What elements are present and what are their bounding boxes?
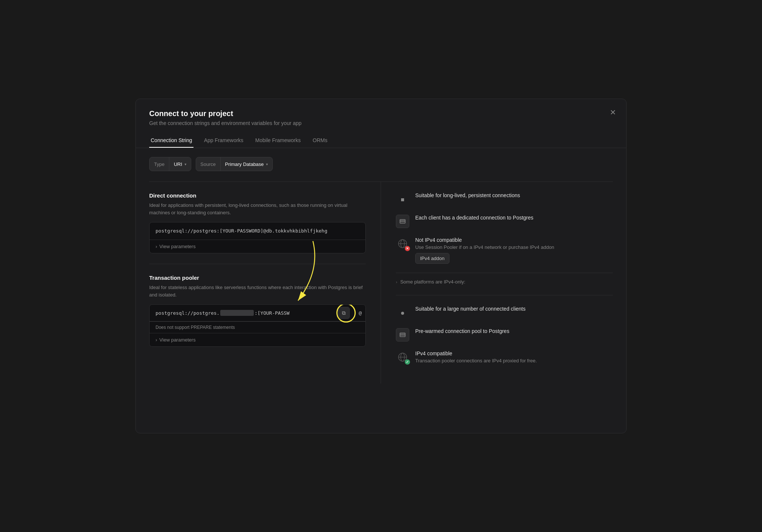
source-label: Source (196, 157, 221, 171)
copy-button[interactable]: ⧉ (338, 307, 350, 319)
direct-connection-string: postgresql://postgres:[YOUR-PASSWORD]@db… (150, 222, 365, 240)
type-chevron-icon: ▾ (185, 162, 186, 166)
modal-title: Connect to your project (149, 109, 301, 118)
left-panel: Direct connection Ideal for applications… (149, 182, 381, 384)
globe-success-badge: ✓ (405, 359, 410, 365)
ipv4-toggle[interactable]: › Some platforms are IPv4-only: (396, 279, 613, 285)
pooler-annotation-wrapper: postgresql://postgres.:[YOUR-PASSW ⧉ @ (149, 304, 366, 347)
modal-header: Connect to your project Get the connecti… (136, 99, 626, 148)
tab-mobile-frameworks[interactable]: Mobile Frameworks (254, 134, 302, 148)
ipv4-toggle-chevron-icon: › (396, 280, 397, 284)
direct-features-section: Suitable for long-lived, persistent conn… (396, 182, 613, 295)
pooler-features-section: Suitable for a large number of connected… (396, 295, 613, 384)
copy-icon: ⧉ (342, 310, 346, 316)
type-label: Type (150, 157, 169, 171)
svg-rect-1 (400, 219, 405, 223)
source-value[interactable]: Primary Database ▾ (221, 161, 272, 167)
content-grid: Direct connection Ideal for applications… (149, 182, 613, 384)
pooler-at-sign: @ (359, 310, 362, 316)
close-button[interactable]: ✕ (607, 106, 619, 118)
ipv4-addon-button[interactable]: IPv4 addon (415, 253, 449, 264)
svg-rect-7 (400, 333, 405, 337)
db-icon (396, 215, 409, 228)
type-filter[interactable]: Type URI ▾ (149, 157, 191, 171)
direct-feature-3-desc: Use Session Pooler if on a IPv4 network … (415, 244, 554, 251)
pooler-feature-1: Suitable for a large number of connected… (396, 306, 613, 319)
tabs-bar: Connection String App Frameworks Mobile … (149, 134, 613, 148)
pooler-dot-icon (401, 312, 404, 315)
type-value[interactable]: URI ▾ (169, 161, 190, 167)
direct-view-params[interactable]: › View parameters (150, 240, 365, 253)
direct-feature-1: Suitable for long-lived, persistent conn… (396, 192, 613, 206)
connect-modal: Connect to your project Get the connecti… (135, 99, 627, 433)
tab-app-frameworks[interactable]: App Frameworks (202, 134, 245, 148)
globe-success-icon: ✓ (396, 350, 409, 364)
source-filter[interactable]: Source Primary Database ▾ (196, 157, 273, 171)
direct-connection-desc: Ideal for applications with persistent, … (149, 202, 366, 216)
modal-body: Type URI ▾ Source Primary Database ▾ (136, 148, 626, 392)
view-params-chevron-icon: › (156, 244, 157, 249)
modal-subtitle: Get the connection strings and environme… (149, 120, 301, 126)
pooler-feature-3: ✓ IPv4 compatible Transaction pooler con… (396, 350, 613, 364)
pooler-view-params-chevron-icon: › (156, 337, 157, 343)
direct-feature-1-title: Suitable for long-lived, persistent conn… (415, 192, 520, 198)
pooler-feature-2-title: Pre-warmed connection pool to Postgres (415, 328, 509, 334)
pooler-connection-box: postgresql://postgres.:[YOUR-PASSW ⧉ @ (149, 304, 366, 347)
pooler-view-params[interactable]: › View parameters (150, 333, 365, 346)
filters-row: Type URI ▾ Source Primary Database ▾ (149, 157, 613, 171)
globe-error-badge: ✕ (405, 246, 410, 251)
direct-feature-2: Each client has a dedicated connection t… (396, 215, 613, 228)
ipv4-platforms-section: › Some platforms are IPv4-only: (396, 273, 613, 285)
pooler-feature-2: Pre-warmed connection pool to Postgres (396, 328, 613, 342)
pooler-db-icon (396, 328, 409, 342)
transaction-pooler-desc: Ideal for stateless applications like se… (149, 284, 366, 298)
source-chevron-icon: ▾ (266, 162, 268, 166)
globe-error-icon: ✕ (396, 237, 409, 250)
direct-feature-2-title: Each client has a dedicated connection t… (415, 215, 534, 221)
pooler-feature-3-title: IPv4 compatible (415, 350, 537, 356)
direct-feature-3: ✕ Not IPv4 compatible Use Session Pooler… (396, 237, 613, 264)
dot-icon (401, 198, 404, 201)
pooler-redacted-host (220, 310, 254, 316)
direct-connection-section: Direct connection Ideal for applications… (149, 182, 366, 264)
tab-connection-string[interactable]: Connection String (149, 134, 193, 148)
close-icon: ✕ (610, 108, 616, 117)
direct-connection-title: Direct connection (149, 192, 366, 199)
pooler-warning: Does not support PREPARE statements (150, 321, 365, 333)
transaction-pooler-title: Transaction pooler (149, 275, 366, 281)
copy-btn-wrapper: ⧉ (338, 307, 354, 319)
transaction-pooler-section: Transaction pooler Ideal for stateless a… (149, 264, 366, 357)
direct-connection-box: postgresql://postgres:[YOUR-PASSWORD]@db… (149, 222, 366, 253)
direct-feature-3-title: Not IPv4 compatible (415, 237, 554, 243)
pooler-feature-3-desc: Transaction pooler connections are IPv4 … (415, 358, 537, 364)
tab-orms[interactable]: ORMs (311, 134, 329, 148)
right-panel: Suitable for long-lived, persistent conn… (381, 182, 613, 384)
pooler-feature-1-title: Suitable for a large number of connected… (415, 306, 526, 312)
pooler-string-display: postgresql://postgres.:[YOUR-PASSW (150, 305, 338, 321)
pooler-input-row: postgresql://postgres.:[YOUR-PASSW ⧉ @ (150, 305, 365, 321)
